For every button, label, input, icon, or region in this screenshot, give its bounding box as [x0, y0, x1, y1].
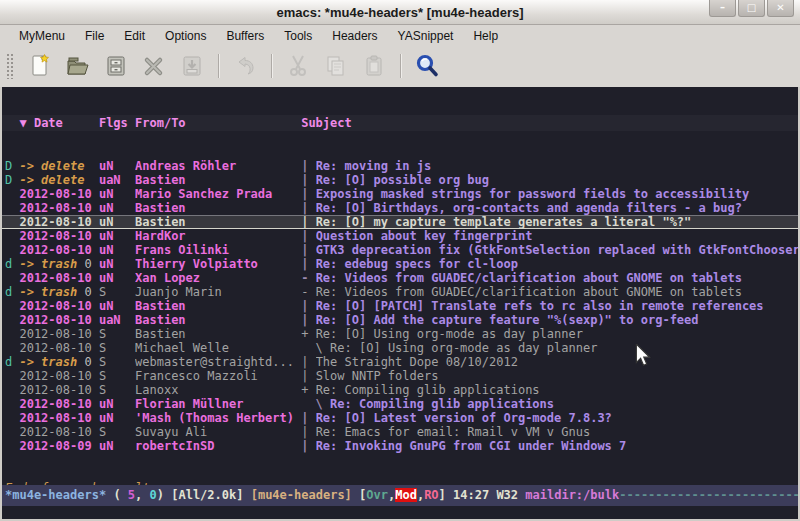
message-row[interactable]: 2012-08-10SSuvayu Ali| Re: Emacs for ema… [2, 425, 798, 439]
column-flags[interactable]: Flgs [99, 116, 135, 130]
open-folder-button[interactable] [61, 51, 95, 81]
menu-mymenu[interactable]: MyMenu [10, 27, 74, 45]
message-row[interactable]: 2012-08-10uNBastien| Re: [O] my capture … [2, 215, 798, 229]
maximize-button[interactable]: □ [738, 0, 765, 17]
mark-spacer [5, 369, 19, 383]
thread-indicator: \ [301, 397, 330, 411]
message-row[interactable]: 2012-08-10SLanoxx+ Re: Compiling glib ap… [2, 383, 798, 397]
message-subject: Re: [O] Add the capture feature "%(sexp)… [316, 313, 798, 327]
echo-area [0, 506, 800, 521]
mark-spacer [5, 229, 19, 243]
menu-help[interactable]: Help [464, 27, 507, 45]
menu-edit[interactable]: Edit [115, 27, 154, 45]
message-flags: uN [99, 271, 135, 285]
thread-indicator: | [301, 229, 315, 243]
message-from: Frans Oilinki [135, 243, 301, 257]
message-date: 2012-08-10 [19, 313, 98, 327]
message-row[interactable]: 2012-08-10uNXan Lopez- Re: Videos from G… [2, 271, 798, 285]
message-subject: Slow NNTP folders [316, 369, 798, 383]
close-button[interactable] [137, 51, 171, 81]
message-from: HardKor [135, 229, 301, 243]
message-from: Michael Welle [135, 341, 301, 355]
column-mark-spacer [5, 116, 19, 130]
message-row[interactable]: 2012-08-10uNFlorian Müllner \ Re: Compil… [2, 397, 798, 411]
toolbar-drag-handle[interactable] [6, 53, 15, 79]
mark-flag: D [5, 173, 19, 187]
close-button[interactable]: ✕ [767, 0, 794, 17]
open-folder-icon [65, 53, 91, 79]
minimize-button[interactable]: – [709, 0, 736, 17]
message-date: 2012-08-10 [19, 271, 98, 285]
message-row[interactable]: 2012-08-10SMichael Welle \ Re: [O] Using… [2, 341, 798, 355]
menu-tools[interactable]: Tools [275, 27, 321, 45]
message-row[interactable]: 2012-08-10uNBastien| Re: [O] Birthdays, … [2, 201, 798, 215]
message-row[interactable]: D -> deleteuNAndreas Röhler| Re: moving … [2, 159, 798, 173]
menu-options[interactable]: Options [156, 27, 215, 45]
message-subject: Re: [O] my capture template generates a … [316, 215, 798, 229]
message-subject: Exposing masked strings for password fie… [316, 187, 798, 201]
message-row[interactable]: 2012-08-10uNFrans Oilinki| GTK3 deprecat… [2, 243, 798, 257]
mark-spacer [5, 201, 19, 215]
message-flags: uN [99, 215, 135, 229]
mark-spacer [5, 341, 19, 355]
message-row[interactable]: 2012-08-10SFrancesco Mazzoli| Slow NNTP … [2, 369, 798, 383]
column-header-line[interactable]: ▼ Date Flgs From/To Subject [2, 115, 798, 131]
mark-flag: d [5, 285, 19, 299]
save-as-icon [179, 53, 205, 79]
thread-indicator: - [301, 271, 315, 285]
menu-headers[interactable]: Headers [323, 27, 386, 45]
message-subject: Re: Videos from GUADEC/clarification abo… [316, 271, 798, 285]
thread-indicator: | [301, 411, 315, 425]
message-row[interactable]: d -> trash 0Swebmaster@straightd...| The… [2, 355, 798, 369]
thread-indicator: | [301, 159, 315, 173]
new-file-icon [27, 53, 53, 79]
toolbar-separator [271, 54, 272, 78]
message-flags: S [99, 355, 135, 369]
mark-target: -> trash [19, 257, 77, 271]
mark-spacer [5, 411, 19, 425]
message-date: 2012-08-10 [19, 383, 98, 397]
message-row[interactable]: 2012-08-10uNHardKor| Question about key … [2, 229, 798, 243]
message-row[interactable]: D -> deleteuaNBastien| Re: [O] possible … [2, 173, 798, 187]
column-date[interactable]: ▼ Date [19, 116, 98, 130]
message-row[interactable]: 2012-08-10SBastien+ Re: [O] Using org-mo… [2, 327, 798, 341]
mark-flag: d [5, 257, 19, 271]
menu-yasnippet[interactable]: YASnippet [389, 27, 463, 45]
modeline-segment: Mod [395, 488, 417, 502]
mark-spacer [5, 271, 19, 285]
modeline-segment: ) [All/2.0k] [157, 488, 251, 502]
new-file-button[interactable] [23, 51, 57, 81]
sort-descending-icon: ▼ [19, 116, 26, 130]
message-row[interactable]: 2012-08-10uN'Mash (Thomas Herbert)| Re: … [2, 411, 798, 425]
message-row[interactable]: d -> trash 0SJuanjo Marin- Re: Videos fr… [2, 285, 798, 299]
save-button[interactable] [99, 51, 133, 81]
message-flags: uN [99, 201, 135, 215]
message-date: -> trash 0 [19, 355, 98, 369]
message-flags: uN [99, 229, 135, 243]
message-flags: S [99, 383, 135, 397]
message-from: Florian Müllner [135, 397, 301, 411]
message-subject: Re: edebug specs for cl-loop [316, 257, 798, 271]
message-row[interactable]: 2012-08-10uaNBastien| Re: [O] Add the ca… [2, 313, 798, 327]
thread-indicator: + [301, 327, 315, 341]
message-row[interactable]: 2012-08-10uNMario Sanchez Prada| Exposin… [2, 187, 798, 201]
message-date: -> trash 0 [19, 257, 98, 271]
menu-file[interactable]: File [76, 27, 113, 45]
search-button[interactable] [410, 51, 444, 81]
thread-indicator: | [301, 187, 315, 201]
window-buttons: –□✕ [709, 0, 794, 17]
thread-indicator: | [301, 425, 315, 439]
column-subject[interactable]: Subject [301, 116, 798, 130]
message-flags: uN [99, 243, 135, 257]
message-row[interactable]: d -> trash 0uNThierry Volpiatto| Re: ede… [2, 257, 798, 271]
message-row[interactable]: 2012-08-09uNrobertcInSD| Re: Invoking Gn… [2, 439, 798, 453]
message-from: Bastien [135, 299, 301, 313]
message-flags: S [99, 425, 135, 439]
menu-buffers[interactable]: Buffers [217, 27, 273, 45]
mark-spacer [5, 243, 19, 257]
paste-icon [361, 53, 387, 79]
column-from[interactable]: From/To [135, 116, 301, 130]
message-date: -> delete [19, 173, 98, 187]
message-row[interactable]: 2012-08-10uNBastien| Re: [O] [PATCH] Tra… [2, 299, 798, 313]
thread-indicator: | [301, 313, 315, 327]
